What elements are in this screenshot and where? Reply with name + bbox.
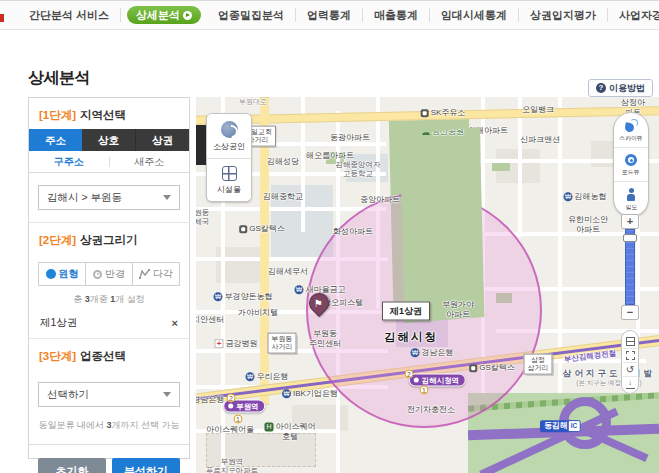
- map-label: H아이스퀘어 호텔: [265, 422, 316, 441]
- address-type-subtabs: 구주소 새주소: [29, 151, 189, 173]
- map-label: 동광아파트: [330, 133, 370, 143]
- map-label: 삼어지구도시개발: [563, 368, 655, 378]
- download-button[interactable]: ↓: [623, 376, 637, 390]
- tab-address[interactable]: 주소: [29, 129, 82, 151]
- delete-area-icon[interactable]: ×: [172, 318, 178, 328]
- nav-item[interactable]: 임대시세통계: [430, 8, 519, 22]
- map-label: SK주유소: [421, 108, 466, 118]
- map-label: 오일뱅크: [522, 105, 554, 115]
- shape-circle-button[interactable]: 원형: [39, 263, 86, 285]
- nav-item[interactable]: 업종밀집분석: [207, 8, 296, 22]
- chevron-down-icon: [163, 392, 171, 397]
- map-label: 중앙아파트: [360, 195, 400, 205]
- won-icon: ₩: [282, 390, 291, 399]
- nav-item-label: 간단분석 서비스: [29, 9, 109, 21]
- nav-item-label: 업종밀집분석: [218, 9, 284, 21]
- map-label: IC: [568, 420, 581, 432]
- map-label: 1: [234, 415, 243, 424]
- map-label: ₩부경양돈농협: [214, 292, 273, 302]
- circle-shape-icon: [46, 269, 56, 279]
- shape-radius-button[interactable]: 반경: [86, 263, 133, 285]
- trade-area-label[interactable]: 제1상권: [382, 302, 430, 321]
- region-select-value: 김해시 > 부원동: [47, 191, 122, 205]
- map-label: ₩경남은행: [411, 348, 454, 358]
- small-business-layer-button[interactable]: 소상공인: [207, 114, 251, 158]
- page-title: 상세분석: [28, 68, 90, 89]
- map-label: 부원역 푸르지오아파트: [206, 457, 259, 473]
- map-label: 김해중학교: [263, 192, 303, 202]
- density-button[interactable]: 밀도: [614, 181, 648, 216]
- top-navigation: 간단분석 서비스상세분석업종밀집분석업력통계매출통계임대시세통계상권입지평가사업…: [0, 0, 659, 30]
- help-button[interactable]: ? 이용방법: [588, 79, 653, 97]
- question-icon: ?: [596, 83, 606, 93]
- map-label: +금강병원: [215, 339, 258, 349]
- shape-polygon-button[interactable]: 다각: [133, 263, 179, 285]
- fuel-icon: [421, 109, 429, 117]
- map-label: 부원대로: [239, 98, 267, 106]
- map-label: 2: [405, 370, 414, 379]
- step2-badge: [2단계]: [39, 234, 76, 246]
- map-tools: ↺ ↓: [621, 330, 639, 394]
- roadview-button[interactable]: 로드뷰: [614, 147, 648, 181]
- tab-trade-area[interactable]: 상권: [136, 129, 189, 151]
- map-label: 부원동 주민센터: [309, 329, 341, 348]
- person-icon: [625, 188, 637, 201]
- map-canvas[interactable]: 부원대로제일교회 사거리동광아파트SK주유소청해아파트오일뱅크삼정아파트해오름아…: [196, 97, 659, 473]
- zoom-slider-track[interactable]: [625, 229, 635, 305]
- map-label: GS칼텍스: [469, 363, 515, 373]
- step2-header: [2단계]상권그리기: [29, 223, 189, 254]
- facility-layer-button[interactable]: 시설물: [207, 158, 251, 201]
- map-label: 아이스퀘어몰: [206, 425, 254, 435]
- map-label: 유한미소안 아파트: [568, 215, 608, 234]
- small-business-icon: [221, 121, 238, 138]
- zoom-out-button[interactable]: −: [621, 305, 639, 320]
- help-button-label: 이용방법: [609, 82, 645, 95]
- won-icon: ₩: [564, 193, 573, 202]
- zoom-in-button[interactable]: +: [621, 214, 639, 229]
- map-label: ₩김해농협: [564, 192, 607, 202]
- trade-area-row: 제1상권 ×: [29, 310, 189, 338]
- reset-view-button[interactable]: ↺: [623, 362, 637, 376]
- roadview-icon: [625, 154, 637, 166]
- radius-shape-icon: [93, 270, 102, 279]
- fuel-icon: [239, 225, 247, 233]
- nav-item-label: 임대시세통계: [441, 9, 507, 21]
- map-overlay-panel: 소상공인 시설물: [206, 113, 252, 202]
- nav-item[interactable]: 사업자경영평가: [608, 8, 659, 22]
- map-zoom-control: + −: [621, 214, 639, 320]
- nav-item[interactable]: 상세분석: [127, 6, 201, 24]
- shape-button-group: 원형 반경 다각: [38, 262, 180, 286]
- nav-item[interactable]: 업력통계: [296, 8, 363, 22]
- nav-item[interactable]: 간단분석 서비스: [18, 8, 121, 22]
- analyze-button[interactable]: 분석하기: [112, 458, 180, 473]
- zoom-slider-handle[interactable]: [623, 234, 637, 242]
- download-icon: ↓: [626, 379, 635, 389]
- map-label: ₩우리은행: [246, 372, 289, 382]
- undo-icon: ↺: [626, 364, 634, 375]
- active-nav-icon: [183, 11, 192, 20]
- area-measure-button[interactable]: [623, 348, 637, 362]
- nav-item-label: 업력통계: [307, 9, 351, 21]
- tab-store-name[interactable]: 상호: [82, 129, 136, 151]
- chevron-down-icon: [163, 195, 171, 200]
- facility-grid-icon: [222, 166, 237, 181]
- step1-header: [1단계]지역선택: [29, 98, 189, 129]
- map-label: 치안센터: [196, 315, 224, 325]
- cadastral-map-button[interactable]: [623, 334, 637, 348]
- map-label: 김해시청역: [409, 374, 466, 387]
- reset-button[interactable]: 초기화: [38, 458, 106, 473]
- map-label: 김해중앙여자 고등학교: [336, 160, 381, 178]
- nav-item-label: 상세분석: [136, 6, 180, 24]
- nav-item[interactable]: 매출통계: [363, 8, 430, 22]
- subtab-new-address[interactable]: 새주소: [110, 155, 190, 169]
- plus-icon: +: [215, 340, 224, 349]
- category-select[interactable]: 선택하기: [38, 382, 180, 407]
- skyview-button[interactable]: 스카이뷰: [614, 113, 648, 147]
- nav-item[interactable]: 상권입지평가: [519, 8, 608, 22]
- flag-icon: ⚑: [314, 298, 323, 309]
- trade-area-name: 제1상권: [40, 316, 77, 330]
- region-select[interactable]: 김해시 > 부원동: [38, 185, 180, 210]
- area-measure-icon: [626, 351, 635, 360]
- subtab-old-address[interactable]: 구주소: [29, 155, 109, 169]
- map-label: 김해성당: [267, 157, 299, 167]
